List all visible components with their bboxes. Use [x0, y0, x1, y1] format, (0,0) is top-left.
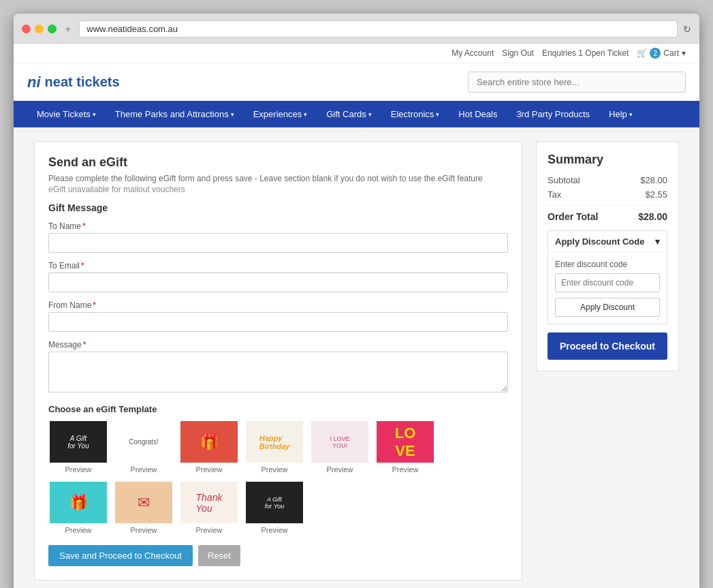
template-thumb-6[interactable]: LOVE: [375, 420, 435, 464]
header: ni neat tickets: [14, 63, 699, 101]
enquiries-link[interactable]: Enquiries 1 Open Ticket: [542, 48, 629, 58]
search-input[interactable]: [468, 72, 686, 93]
discount-accordion: Apply Discount Code ▾ Enter discount cod…: [548, 230, 667, 324]
browser-chrome: + www.neatideas.com.au ↻: [14, 14, 699, 44]
preview-link-2[interactable]: Preview: [130, 465, 157, 474]
template-item-6: LOVE Preview: [375, 420, 435, 474]
template-thumb-2[interactable]: Congrats!: [114, 420, 174, 464]
preview-link-10[interactable]: Preview: [261, 526, 287, 534]
save-proceed-button[interactable]: Save and Proceed to Checkout: [48, 545, 193, 566]
form-actions: Save and Proceed to Checkout Reset: [48, 545, 508, 566]
message-label: Message *: [48, 340, 508, 350]
template-item-2: Congrats! Preview: [114, 420, 174, 474]
template-design-5: I LOVEYOU!: [311, 421, 368, 463]
discount-accordion-header[interactable]: Apply Discount Code ▾: [548, 231, 667, 252]
nav-item-movie-tickets[interactable]: Movie Tickets ▾: [27, 101, 106, 127]
preview-link-5[interactable]: Preview: [326, 465, 353, 474]
nav-item-electronics[interactable]: Electronics ▾: [381, 101, 449, 127]
tax-row: Tax $2.55: [548, 189, 667, 200]
chevron-down-icon: ▾: [304, 111, 307, 118]
template-item-8: ✉ Preview: [114, 480, 174, 534]
nav-item-hot-deals[interactable]: Hot Deals: [449, 101, 507, 127]
subsection-title: Gift Message: [48, 202, 508, 213]
discount-code-input[interactable]: [555, 273, 660, 292]
to-name-input[interactable]: [48, 233, 508, 253]
template-thumb-5[interactable]: I LOVEYOU!: [310, 420, 370, 464]
templates-row-2: 🎁 Preview ✉ Preview ThankYo: [48, 480, 508, 534]
url-text: www.neatideas.com.au: [86, 24, 178, 34]
nav-label: Experiences: [253, 109, 302, 119]
template-design-3: 🎁: [180, 421, 238, 463]
template-item-7: 🎁 Preview: [48, 480, 108, 534]
cart-button[interactable]: 🛒 2 Cart ▾: [637, 48, 686, 59]
nav-item-3rd-party[interactable]: 3rd Party Products: [507, 101, 599, 127]
section-title: Send an eGift: [48, 155, 508, 170]
total-value: $28.00: [638, 211, 667, 222]
preview-link-3[interactable]: Preview: [195, 465, 222, 474]
cart-count-badge: 2: [650, 48, 661, 59]
maximize-button[interactable]: [48, 25, 57, 33]
template-thumb-9[interactable]: ThankYou: [179, 480, 239, 525]
logo-text: neat tickets: [45, 74, 120, 90]
chevron-down-icon: ▾: [93, 111, 96, 118]
to-email-label: To Email *: [48, 261, 508, 270]
refresh-button[interactable]: ↻: [683, 24, 691, 35]
to-email-group: To Email *: [48, 261, 508, 292]
nav-label: Theme Parks and Attractions: [115, 109, 229, 119]
chevron-down-icon: ▾: [629, 111, 633, 118]
from-name-input[interactable]: [48, 312, 508, 332]
template-thumb-7[interactable]: 🎁: [48, 480, 108, 525]
my-account-link[interactable]: My Account: [451, 48, 494, 58]
template-design-10: A Giftfor You: [246, 482, 303, 523]
order-total-row: Order Total $28.00: [548, 211, 667, 222]
template-thumb-1[interactable]: A Giftfor You: [48, 420, 108, 464]
nav-item-help[interactable]: Help ▾: [599, 101, 642, 127]
minimize-button[interactable]: [35, 25, 44, 33]
chevron-down-icon: ▾: [231, 111, 234, 118]
discount-header-label: Apply Discount Code: [555, 236, 644, 247]
template-thumb-8[interactable]: ✉: [114, 480, 174, 525]
required-marker: *: [93, 300, 96, 310]
preview-link-4[interactable]: Preview: [261, 465, 287, 474]
checkout-button[interactable]: Proceed to Checkout: [548, 332, 667, 360]
from-name-label: From Name *: [48, 300, 508, 310]
new-tab-button[interactable]: +: [62, 23, 74, 35]
left-panel: Send an eGift Please complete the follow…: [34, 141, 522, 581]
preview-link-7[interactable]: Preview: [65, 526, 91, 534]
logo[interactable]: ni neat tickets: [27, 74, 120, 91]
template-thumb-4[interactable]: HappyBirthday: [244, 420, 304, 464]
preview-link-1[interactable]: Preview: [65, 465, 91, 474]
to-name-group: To Name *: [48, 221, 508, 253]
cart-label: Cart: [663, 48, 679, 58]
logo-icon: ni: [27, 74, 41, 91]
cart-chevron-icon: ▾: [682, 48, 686, 58]
subtotal-label: Subtotal: [548, 175, 580, 185]
nav-item-experiences[interactable]: Experiences ▾: [244, 101, 317, 127]
reset-button[interactable]: Reset: [198, 545, 240, 566]
address-bar[interactable]: www.neatideas.com.au: [79, 20, 678, 37]
chevron-down-icon: ▾: [368, 111, 372, 118]
nav-item-theme-parks[interactable]: Theme Parks and Attractions ▾: [106, 101, 244, 127]
preview-link-6[interactable]: Preview: [392, 465, 418, 474]
chevron-down-icon: ▾: [436, 111, 439, 118]
template-thumb-10[interactable]: A Giftfor You: [244, 480, 304, 525]
message-group: Message *: [48, 340, 508, 394]
template-design-9: ThankYou: [180, 482, 238, 523]
subtotal-row: Subtotal $28.00: [548, 175, 667, 185]
discount-accordion-body: Enter discount code Apply Discount: [548, 252, 667, 324]
right-panel: Summary Subtotal $28.00 Tax $2.55 Order …: [536, 141, 679, 581]
to-email-input[interactable]: [48, 273, 508, 292]
nav-label: Help: [609, 109, 627, 119]
template-thumb-3[interactable]: 🎁: [179, 420, 239, 464]
template-design-7: 🎁: [50, 482, 107, 523]
preview-link-9[interactable]: Preview: [195, 526, 222, 534]
preview-link-8[interactable]: Preview: [130, 526, 157, 534]
to-name-label: To Name *: [48, 221, 508, 231]
template-design-6: LOVE: [377, 421, 434, 463]
message-textarea[interactable]: [48, 352, 508, 392]
apply-discount-button[interactable]: Apply Discount: [555, 298, 660, 317]
close-button[interactable]: [22, 25, 31, 33]
sign-out-link[interactable]: Sign Out: [502, 48, 534, 58]
nav-item-gift-cards[interactable]: Gift Cards ▾: [317, 101, 381, 127]
nav-label: Electronics: [391, 109, 434, 119]
